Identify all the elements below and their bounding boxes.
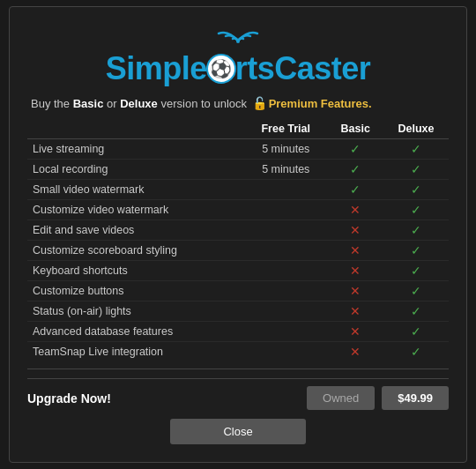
logo-area: Simple⚽rtsCaster [27, 25, 449, 86]
table-row: Status (on-air) lights✕✓ [27, 302, 449, 322]
cross-icon: ✕ [350, 264, 361, 278]
deluxe-value: ✓ [383, 139, 449, 160]
deluxe-value: ✓ [383, 160, 449, 180]
divider [27, 368, 449, 369]
deluxe-value: ✓ [383, 261, 449, 281]
trial-value [244, 180, 327, 200]
basic-value: ✓ [327, 160, 383, 180]
cross-icon: ✕ [350, 203, 361, 217]
check-icon: ✓ [411, 162, 421, 176]
check-icon: ✓ [411, 324, 421, 339]
wifi-icon [27, 25, 449, 49]
trial-value [244, 220, 327, 241]
deluxe-value: ✓ [383, 281, 449, 302]
feature-name: Local recording [27, 160, 244, 180]
feature-name: Live streaming [27, 139, 244, 160]
logo-sports: rtsCaster [235, 50, 371, 86]
table-row: TeamSnap Live integration✕✓ [27, 342, 449, 362]
basic-value: ✕ [327, 220, 383, 241]
soccer-ball-icon: ⚽ [206, 54, 236, 84]
check-icon: ✓ [411, 345, 421, 359]
col-feature [27, 119, 244, 139]
deluxe-value: ✓ [383, 342, 449, 362]
check-icon: ✓ [411, 203, 421, 217]
basic-value: ✕ [327, 200, 383, 220]
feature-name: Customize video watermark [27, 200, 244, 220]
trial-value [244, 261, 327, 281]
premium-label: Premium Features. [269, 97, 372, 110]
feature-name: Edit and save videos [27, 220, 244, 241]
trial-value [244, 302, 327, 322]
trial-value [244, 200, 327, 220]
footer-bar: Upgrade Now! Owned $49.99 [27, 378, 449, 410]
cross-icon: ✕ [350, 284, 361, 298]
col-basic: Basic [327, 119, 383, 139]
close-row: Close [27, 419, 449, 444]
button-group: Owned $49.99 [307, 386, 449, 410]
check-icon: ✓ [411, 182, 421, 197]
check-icon: ✓ [411, 264, 421, 278]
table-row: Customize buttons✕✓ [27, 281, 449, 302]
deluxe-value: ✓ [383, 200, 449, 220]
check-icon: ✓ [350, 162, 361, 176]
basic-value: ✕ [327, 322, 383, 342]
deluxe-value: ✓ [383, 241, 449, 261]
feature-name: Keyboard shortcuts [27, 261, 244, 281]
check-icon: ✓ [411, 243, 421, 257]
trial-value: 5 minutes [244, 160, 327, 180]
trial-value: 5 minutes [244, 139, 327, 160]
cross-icon: ✕ [350, 223, 361, 237]
basic-value: ✕ [327, 302, 383, 322]
basic-value: ✕ [327, 281, 383, 302]
feature-name: Status (on-air) lights [27, 302, 244, 322]
basic-value: ✕ [327, 261, 383, 281]
tagline: Buy the Basic or Deluxe version to unloc… [27, 96, 449, 110]
table-row: Advanced database features✕✓ [27, 322, 449, 342]
deluxe-value: ✓ [383, 322, 449, 342]
check-icon: ✓ [350, 182, 361, 197]
logo-text: Simple⚽rtsCaster [27, 51, 449, 86]
basic-value: ✓ [327, 139, 383, 160]
table-row: Local recording5 minutes✓✓ [27, 160, 449, 180]
table-row: Small video watermark✓✓ [27, 180, 449, 200]
feature-name: Small video watermark [27, 180, 244, 200]
check-icon: ✓ [350, 142, 361, 156]
trial-value [244, 322, 327, 342]
trial-value [244, 342, 327, 362]
cross-icon: ✕ [350, 324, 361, 339]
basic-value: ✓ [327, 180, 383, 200]
check-icon: ✓ [411, 284, 421, 298]
col-deluxe: Deluxe [383, 119, 449, 139]
table-header-row: Free Trial Basic Deluxe [27, 119, 449, 139]
cross-icon: ✕ [350, 345, 361, 359]
basic-value: ✕ [327, 342, 383, 362]
basic-value: ✕ [327, 241, 383, 261]
trial-value [244, 241, 327, 261]
deluxe-value: ✓ [383, 220, 449, 241]
close-button[interactable]: Close [170, 419, 305, 444]
upgrade-label: Upgrade Now! [27, 391, 111, 406]
basic-label: Basic [73, 97, 104, 110]
table-row: Live streaming5 minutes✓✓ [27, 139, 449, 160]
col-trial: Free Trial [244, 119, 327, 139]
cross-icon: ✕ [350, 304, 361, 318]
deluxe-label: Deluxe [120, 97, 158, 110]
table-row: Keyboard shortcuts✕✓ [27, 261, 449, 281]
table-row: Edit and save videos✕✓ [27, 220, 449, 241]
feature-name: Customize scoreboard styling [27, 241, 244, 261]
owned-button[interactable]: Owned [307, 386, 375, 410]
feature-name: Customize buttons [27, 281, 244, 302]
table-row: Customize scoreboard styling✕✓ [27, 241, 449, 261]
features-table: Free Trial Basic Deluxe Live streaming5 … [27, 119, 449, 361]
logo-simple: Simple [106, 50, 207, 86]
upgrade-dialog: Simple⚽rtsCaster Buy the Basic or Deluxe… [9, 6, 467, 464]
table-row: Customize video watermark✕✓ [27, 200, 449, 220]
feature-name: Advanced database features [27, 322, 244, 342]
svg-point-0 [236, 40, 240, 43]
trial-value [244, 281, 327, 302]
feature-name: TeamSnap Live integration [27, 342, 244, 362]
deluxe-value: ✓ [383, 180, 449, 200]
check-icon: ✓ [411, 304, 421, 318]
check-icon: ✓ [411, 223, 421, 237]
price-button[interactable]: $49.99 [382, 386, 449, 410]
